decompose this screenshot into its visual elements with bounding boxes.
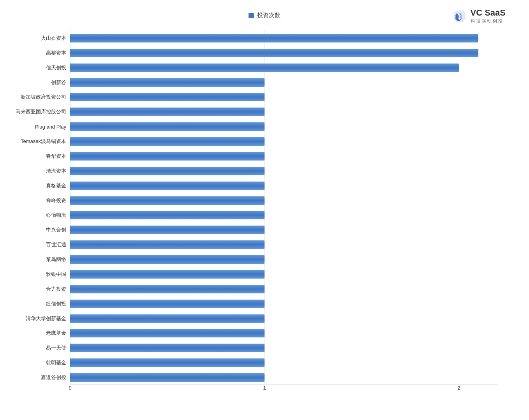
bar — [70, 108, 264, 116]
bar — [70, 49, 478, 57]
bar — [70, 240, 264, 249]
y-axis-label: 合力投资 — [8, 283, 70, 295]
y-axis-label: 乾明基金 — [8, 357, 70, 369]
x-axis: 012 — [70, 385, 498, 397]
bar-row — [70, 106, 498, 117]
bar — [70, 211, 264, 219]
chart-container: 投资次数 VC SaaS 科技驱动创投 火山石资本高榕资本信天创投创新谷新加坡政… — [0, 0, 529, 420]
bar — [70, 270, 264, 279]
y-axis-label: 纽信创投 — [8, 298, 70, 310]
bars-area: 012 — [70, 31, 498, 397]
bar-row — [70, 151, 498, 162]
bar-row — [70, 195, 498, 206]
bar — [70, 285, 264, 293]
y-axis-label: 嘉道谷创投 — [8, 372, 70, 383]
x-axis-tick: 2 — [458, 385, 460, 391]
bar — [70, 34, 478, 42]
y-axis-label: 菜鸟网络 — [8, 254, 70, 265]
y-axis-label: 祥峰投资 — [8, 195, 70, 206]
bar — [70, 64, 459, 72]
y-axis-label: 创新谷 — [8, 77, 70, 88]
legend-color-box — [249, 13, 254, 18]
x-axis-tick: 0 — [69, 385, 71, 391]
bar — [70, 358, 264, 367]
bar — [70, 226, 264, 234]
y-axis: 火山石资本高榕资本信天创投创新谷新加坡政府投资公司马来西亚国库控股公司Plug … — [8, 31, 70, 397]
legend: 投资次数 — [249, 12, 280, 19]
logo-text: VC SaaS 科技驱动创投 — [471, 8, 506, 25]
y-axis-label: 高榕资本 — [8, 47, 70, 59]
logo-area: VC SaaS 科技驱动创投 — [451, 8, 506, 25]
bar-row — [70, 357, 498, 368]
bar — [70, 78, 264, 87]
bar-row — [70, 77, 498, 88]
bar — [70, 329, 264, 337]
y-axis-label: Plug and Play — [8, 121, 70, 132]
bar-row — [70, 121, 498, 132]
y-axis-label: 软银中国 — [8, 268, 70, 280]
y-axis-label: 马来西亚国库控股公司 — [8, 106, 70, 118]
y-axis-label: Temasek淡马锡资本 — [8, 136, 70, 147]
bar — [70, 137, 264, 146]
y-axis-label: 易一天使 — [8, 342, 70, 354]
bar-row — [70, 210, 498, 221]
x-axis-tick: 1 — [263, 385, 266, 391]
y-axis-label: 中兴合创 — [8, 224, 70, 236]
y-axis-label: 心怡物流 — [8, 209, 70, 221]
bar-row — [70, 62, 498, 73]
bar — [70, 300, 264, 308]
bar-row — [70, 328, 498, 339]
top-bar: 投资次数 VC SaaS 科技驱动创投 — [0, 0, 529, 23]
bar — [70, 152, 264, 161]
bar-row — [70, 298, 498, 309]
y-axis-label: 火山石资本 — [8, 32, 70, 44]
bar-row — [70, 33, 498, 44]
bar — [70, 122, 264, 131]
bar-row — [70, 136, 498, 147]
y-axis-label: 老鹰基金 — [8, 327, 70, 339]
bar — [70, 196, 264, 205]
bar-row — [70, 254, 498, 265]
logo-icon — [451, 9, 467, 24]
y-axis-label: 清流资本 — [8, 165, 70, 177]
bar-row — [70, 92, 498, 102]
bar — [70, 255, 264, 264]
bar-row — [70, 48, 498, 58]
legend-label: 投资次数 — [257, 12, 280, 19]
bar-row — [70, 342, 498, 353]
bar-row — [70, 372, 498, 383]
bar-row — [70, 269, 498, 280]
bar-row — [70, 224, 498, 235]
chart-area: 火山石资本高榕资本信天创投创新谷新加坡政府投资公司马来西亚国库控股公司Plug … — [0, 23, 529, 420]
bar-row — [70, 284, 498, 295]
logo-brand-name: VC SaaS — [471, 8, 506, 18]
bar — [70, 167, 264, 175]
y-axis-label: 新加坡政府投资公司 — [8, 91, 70, 103]
y-axis-label: 百世汇通 — [8, 239, 70, 251]
y-axis-label: 春华资本 — [8, 150, 70, 162]
bar-row — [70, 166, 498, 176]
bar — [70, 344, 264, 352]
bar — [70, 182, 264, 190]
bar — [70, 93, 264, 101]
y-axis-label: 信天创投 — [8, 62, 70, 74]
bar-row — [70, 313, 498, 324]
bar — [70, 314, 264, 323]
y-axis-label: 真格基金 — [8, 180, 70, 192]
y-axis-label: 清华大学创新基金 — [8, 313, 70, 325]
bar — [70, 373, 264, 382]
bar-row — [70, 180, 498, 191]
bar-row — [70, 239, 498, 250]
